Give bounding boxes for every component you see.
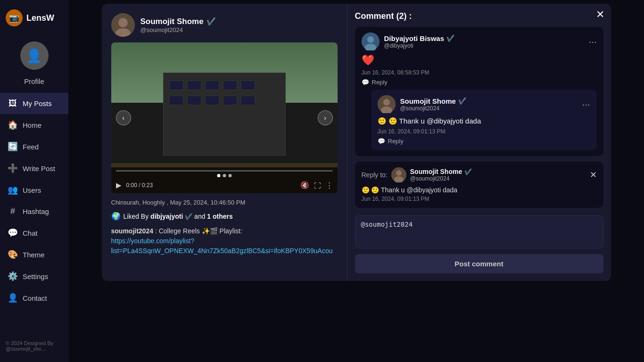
reply-to-user: Soumojit Shome ✔️ @soumojit2024 — [410, 168, 472, 182]
liked-user-verified: ✔️ — [185, 213, 192, 220]
progress-dot-2 — [223, 174, 226, 177]
post-location: Chinsurah, Hooghly , May 25, 2024, 10:46… — [111, 199, 338, 206]
hashtag-icon: # — [8, 206, 18, 216]
reply-header: Soumojit Shome ✔️ @soumojit2024 ··· — [378, 95, 590, 113]
comments-scroll: Dibyajyoti Biswas ✔️ @dibyajyoti ··· ❤️ … — [355, 27, 603, 156]
controls-row: ▶ 0:00 / 0:23 🔇 ⛶ ⋮ — [116, 181, 333, 189]
profile-avatar: 👤 — [20, 41, 49, 70]
reply-username: Soumojit Shome ✔️ — [400, 97, 578, 105]
video-next-button[interactable]: › — [318, 110, 333, 125]
sidebar-item-users[interactable]: 👥 Users — [0, 179, 68, 201]
sidebar-item-write-post[interactable]: ➕ Write Post — [0, 157, 68, 179]
post-handle: @soumojit2024 — [140, 26, 216, 33]
chat-label: Chat — [23, 229, 38, 237]
sidebar-footer: © 2024 Designed By @soumojit_sho... — [0, 336, 68, 356]
post-caption: soumojit2024 : College Reels ✨🎬 Playlist… — [111, 226, 338, 256]
reply-to-section: Reply to: Soumojit Shome — [355, 162, 603, 208]
home-label: Home — [23, 121, 41, 129]
reply-reply-button[interactable]: 💬 Reply — [378, 138, 404, 145]
reply-time: Jun 16, 2024, 09:01:13 PM — [378, 128, 590, 135]
comment-header: Dibyajyoti Biswas ✔️ @dibyajyoti ··· — [362, 33, 597, 50]
sidebar-item-feed[interactable]: 🔄 Feed — [0, 136, 68, 157]
comment-time: Jun 16, 2024, 08:58:53 PM — [362, 69, 597, 76]
logo-icon: 📷 — [6, 9, 23, 26]
reply-handle: @soumojit2024 — [400, 105, 578, 112]
comment-username: Dibyajyoti Biswas ✔️ — [384, 34, 584, 42]
comment-user-info: Dibyajyoti Biswas ✔️ @dibyajyoti — [384, 34, 584, 49]
settings-icon: ⚙️ — [8, 271, 18, 281]
video-player: ‹ › — [111, 42, 338, 193]
reply-to-handle: @soumojit2024 — [410, 175, 472, 182]
caption-text: : College Reels ✨🎬 Playlist: — [155, 227, 242, 235]
post-user-info: Soumojit Shome ✔️ @soumojit2024 — [140, 17, 216, 33]
sidebar-item-chat[interactable]: 💬 Chat — [0, 222, 68, 244]
others-count: 1 others — [207, 213, 232, 220]
sidebar-item-contact[interactable]: 👤 Contact — [0, 287, 68, 309]
comment-more-button[interactable]: ··· — [589, 37, 597, 46]
reply-body: 🙂 🙂 Thank u @dibyajyoti dada — [378, 117, 590, 125]
verified-icon: ✔️ — [206, 17, 216, 26]
progress-dot-3 — [228, 174, 231, 177]
chat-icon: 💬 — [8, 228, 18, 238]
reply-to-avatar — [391, 167, 406, 182]
feed-icon: 🔄 — [8, 141, 18, 152]
comment-item: Dibyajyoti Biswas ✔️ @dibyajyoti ··· ❤️ … — [355, 27, 603, 156]
settings-label: Settings — [23, 272, 48, 280]
profile-label: Profile — [24, 77, 44, 85]
caption-username: soumojit2024 — [111, 227, 153, 235]
reply-to-time: Jun 16, 2024, 09:01:13 PM — [362, 196, 597, 202]
more-options-button[interactable]: ⋮ — [326, 181, 333, 189]
write-post-label: Write Post — [23, 165, 55, 173]
sidebar-item-settings[interactable]: ⚙️ Settings — [0, 265, 68, 287]
modal-overlay: ✕ Soumojit — [68, 0, 644, 362]
fullscreen-button[interactable]: ⛶ — [314, 181, 321, 189]
play-button[interactable]: ▶ — [116, 181, 122, 189]
sidebar-item-theme[interactable]: 🎨 Theme — [0, 244, 68, 265]
reply-more-button[interactable]: ··· — [582, 99, 590, 109]
reply-user-info: Soumojit Shome ✔️ @soumojit2024 — [400, 97, 578, 112]
playlist-link[interactable]: https://youtube.com/playlist?list=PLa4SS… — [111, 237, 333, 255]
video-progress-bar[interactable] — [116, 170, 333, 172]
post-panel: Soumojit Shome ✔️ @soumojit2024 — [102, 4, 347, 281]
svg-point-1 — [118, 18, 128, 27]
contact-icon: 👤 — [8, 293, 18, 303]
likes-row: 🌍 Liked By dibjyajyoti ✔️ and 1 others — [111, 212, 338, 221]
sidebar-item-home[interactable]: 🏠 Home — [0, 114, 68, 136]
sidebar-item-profile[interactable]: 👤 Profile — [0, 34, 68, 93]
reply-to-verified: ✔️ — [464, 168, 472, 175]
comments-panel: Comment (2) : — [347, 4, 611, 281]
home-icon: 🏠 — [8, 120, 18, 130]
modal-close-button[interactable]: ✕ — [596, 9, 604, 20]
svg-point-4 — [367, 36, 374, 43]
video-prev-button[interactable]: ‹ — [116, 110, 131, 125]
users-label: Users — [23, 186, 41, 194]
liked-by-user: dibjyajyoti — [150, 213, 183, 220]
post-modal: ✕ Soumojit — [102, 4, 611, 281]
earth-emoji: 🌍 — [111, 212, 121, 221]
app-logo: 📷 LensW — [0, 6, 68, 34]
reply-icon-2: 💬 — [378, 138, 385, 145]
my-posts-label: My Posts — [23, 99, 52, 107]
comment-reply-button[interactable]: 💬 Reply — [362, 79, 388, 86]
reply-to-text: 🙂 🙂 Thank u @dibyajyoti dada — [362, 186, 597, 194]
comment-verified-icon: ✔️ — [446, 34, 454, 42]
comment-avatar — [362, 33, 380, 50]
theme-label: Theme — [23, 251, 45, 259]
reply-avatar — [378, 95, 396, 113]
post-header: Soumojit Shome ✔️ @soumojit2024 — [111, 13, 338, 37]
my-posts-icon: 🖼 — [8, 99, 18, 108]
reply-to-close-button[interactable]: ✕ — [590, 170, 597, 180]
app-name: LensW — [26, 13, 54, 23]
video-time: 0:00 / 0:23 — [126, 182, 153, 189]
feed-label: Feed — [23, 143, 39, 151]
mute-button[interactable]: 🔇 — [300, 181, 309, 189]
reply-to-label: Reply to: — [362, 171, 388, 179]
comment-input[interactable]: @soumojit2024 — [355, 215, 603, 248]
sidebar-item-hashtag[interactable]: # Hashtag — [0, 201, 68, 222]
reply-verified-icon: ✔️ — [458, 97, 466, 105]
sidebar-item-my-posts[interactable]: 🖼 My Posts — [0, 93, 68, 114]
progress-dot-1 — [217, 174, 220, 177]
video-controls: ▶ 0:00 / 0:23 🔇 ⛶ ⋮ — [111, 167, 338, 193]
reply-to-header: Reply to: Soumojit Shome — [362, 167, 597, 182]
post-comment-button[interactable]: Post comment — [355, 254, 603, 273]
